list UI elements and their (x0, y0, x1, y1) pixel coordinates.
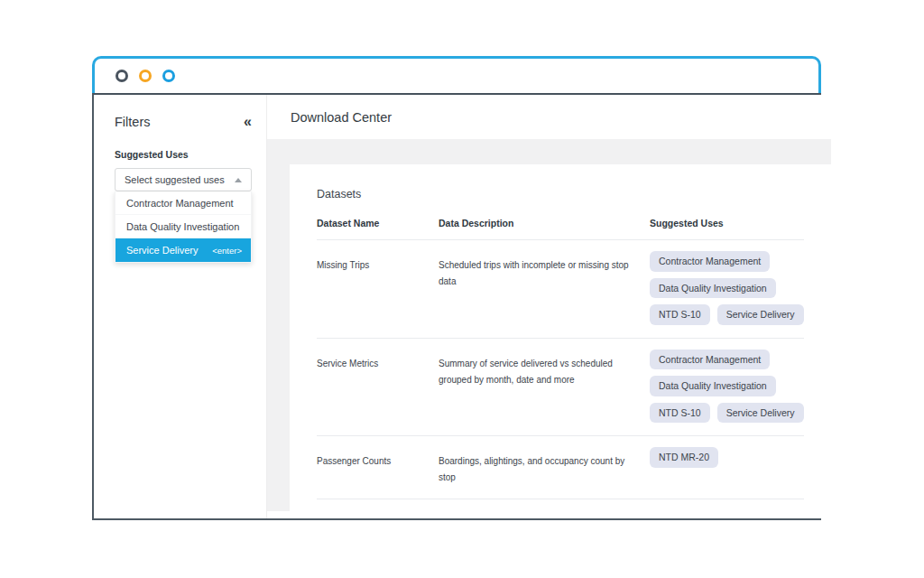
dataset-name-cell: Missing Trips (317, 257, 439, 325)
filters-title: Filters (115, 115, 150, 129)
content-background: Datasets Dataset Name Data Description S… (267, 139, 831, 511)
option-label: Data Quality Investigation (126, 221, 239, 232)
datasets-card: Datasets Dataset Name Data Description S… (290, 164, 831, 511)
window-button-2-icon[interactable] (139, 70, 152, 82)
table-row: Service MetricsSummary of service delive… (317, 339, 804, 437)
tag-group: Contractor Management (650, 251, 804, 272)
suggested-use-tag: Contractor Management (650, 350, 770, 370)
tag-group: NTD S-10Service Delivery (650, 304, 804, 325)
column-header-dataset-name: Dataset Name (317, 218, 439, 228)
data-description-cell: Summary of service delivered vs schedule… (439, 356, 650, 424)
suggested-uses-label: Suggested Uses (115, 149, 252, 160)
column-header-suggested-uses: Suggested Uses (650, 218, 804, 228)
suggested-uses-cell: NTD MR-20 (650, 447, 804, 486)
suggested-uses-menu: Contractor ManagementData Quality Invest… (115, 191, 252, 263)
page-title: Download Center (291, 110, 392, 125)
suggested-use-option[interactable]: Service Delivery<enter> (116, 238, 251, 262)
collapse-sidebar-icon[interactable]: « (244, 115, 252, 129)
sidebar-header: Filters « (115, 115, 252, 129)
suggested-use-tag: Data Quality Investigation (650, 376, 776, 396)
tag-group: NTD S-10Service Delivery (650, 403, 804, 424)
suggested-use-tag: Service Delivery (717, 304, 804, 325)
option-label: Contractor Management (126, 198, 234, 209)
main-header: Download Center (267, 95, 831, 139)
datasets-title: Datasets (317, 188, 804, 200)
table-header-row: Dataset Name Data Description Suggested … (317, 218, 804, 240)
option-label: Service Delivery (126, 245, 198, 256)
tag-group: Data Quality Investigation (650, 278, 804, 299)
suggested-uses-select[interactable]: Select suggested uses (115, 168, 252, 191)
filters-sidebar: Filters « Suggested Uses Select suggeste… (94, 95, 267, 518)
window-button-3-icon[interactable] (162, 70, 175, 82)
window-button-1-icon[interactable] (116, 70, 128, 82)
table-body: Missing TripsScheduled trips with incomp… (317, 240, 804, 499)
suggested-use-option[interactable]: Data Quality Investigation (116, 215, 251, 238)
dataset-name-cell: Passenger Counts (317, 453, 439, 486)
tag-group: NTD MR-20 (650, 447, 804, 468)
window-body: Filters « Suggested Uses Select suggeste… (92, 93, 821, 520)
data-description-cell: Scheduled trips with incomplete or missi… (439, 257, 650, 325)
suggested-uses-cell: Contractor ManagementData Quality Invest… (650, 350, 804, 424)
suggested-use-tag: Contractor Management (650, 251, 770, 272)
select-value: Select suggested uses (125, 174, 225, 185)
tag-group: Data Quality Investigation (650, 376, 804, 396)
tag-group: Contractor Management (650, 350, 804, 370)
browser-window: Filters « Suggested Uses Select suggeste… (92, 56, 821, 520)
suggested-use-tag: NTD S-10 (650, 304, 710, 325)
caret-up-icon (235, 178, 242, 182)
enter-key-hint: <enter> (212, 246, 242, 256)
dataset-name-cell: Service Metrics (317, 356, 439, 424)
data-description-cell: Boardings, alightings, and occupancy cou… (439, 453, 650, 486)
table-row: Missing TripsScheduled trips with incomp… (317, 240, 804, 339)
suggested-use-tag: NTD MR-20 (650, 447, 718, 468)
column-header-data-description: Data Description (439, 218, 650, 228)
suggested-use-tag: Service Delivery (717, 403, 804, 424)
main-area: Download Center Datasets Dataset Name Da… (267, 95, 831, 518)
suggested-use-tag: Data Quality Investigation (650, 278, 776, 299)
suggested-use-option[interactable]: Contractor Management (116, 191, 251, 215)
suggested-uses-cell: Contractor ManagementData Quality Invest… (650, 251, 804, 325)
table-row: Passenger CountsBoardings, alightings, a… (317, 436, 804, 499)
window-titlebar (92, 56, 821, 93)
suggested-use-tag: NTD S-10 (650, 403, 710, 424)
